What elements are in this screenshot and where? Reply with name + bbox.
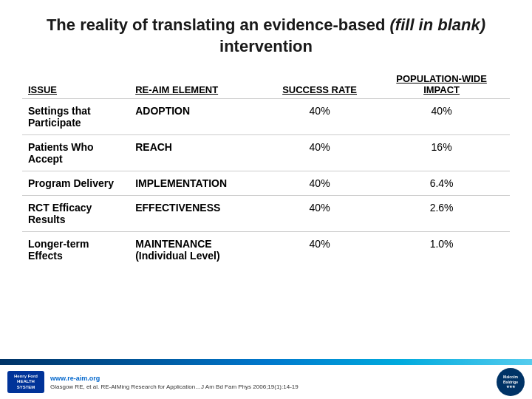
footer-left: Henry FordHEALTHSYSTEM www.re-aim.org Gl… — [7, 371, 299, 393]
row3-population: 6.4% — [373, 171, 510, 196]
row1-issue: Settings that Participate — [22, 99, 129, 135]
table-row: Settings that Participate ADOPTION 40% 4… — [22, 99, 510, 135]
malcolm-baldrige-logo: MalcolmBaldrige★★★ — [497, 368, 525, 396]
footer-content: Henry FordHEALTHSYSTEM www.re-aim.org Gl… — [0, 365, 532, 399]
header-population: POPULATION-WIDE IMPACT — [373, 70, 510, 99]
row5-population: 1.0% — [373, 232, 510, 268]
row5-issue: Longer-term Effects — [22, 232, 129, 268]
footer: Henry FordHEALTHSYSTEM www.re-aim.org Gl… — [0, 359, 532, 399]
row5-reaim: MAINTENANCE (Individual Level) — [129, 232, 266, 268]
footer-text-block: www.re-aim.org Glasgow RE, et al. RE-AIM… — [50, 375, 299, 390]
main-table: ISSUE RE-AIM ELEMENT SUCCESS RATE POPULA… — [22, 70, 510, 267]
table-row: Program Delivery IMPLEMENTATION 40% 6.4% — [22, 171, 510, 196]
row3-success: 40% — [266, 171, 373, 196]
row4-reaim: EFFECTIVENESS — [129, 196, 266, 232]
mb-logo-text: MalcolmBaldrige★★★ — [503, 375, 518, 389]
row1-population: 40% — [373, 99, 510, 135]
row5-success: 40% — [266, 232, 373, 268]
footer-bar — [0, 359, 532, 365]
footer-right: MalcolmBaldrige★★★ — [497, 368, 525, 396]
row4-issue: RCT Efficacy Results — [22, 196, 129, 232]
row3-issue: Program Delivery — [22, 171, 129, 196]
row2-reaim: REACH — [129, 135, 266, 171]
footer-link[interactable]: www.re-aim.org — [50, 375, 299, 382]
header-issue: ISSUE — [22, 70, 129, 99]
henry-ford-logo: Henry FordHEALTHSYSTEM — [7, 371, 44, 393]
table-row: RCT Efficacy Results EFFECTIVENESS 40% 2… — [22, 196, 510, 232]
footer-citation: Glasgow RE, et al. RE-AIMing Research fo… — [50, 383, 299, 390]
header-success: SUCCESS RATE — [266, 70, 373, 99]
row2-success: 40% — [266, 135, 373, 171]
row4-population: 2.6% — [373, 196, 510, 232]
slide-title: The reality of translating an evidence-b… — [22, 15, 510, 57]
title-area: The reality of translating an evidence-b… — [22, 15, 510, 57]
hf-logo-text: Henry FordHEALTHSYSTEM — [14, 374, 38, 390]
row2-population: 16% — [373, 135, 510, 171]
table-row: Patients Who Accept REACH 40% 16% — [22, 135, 510, 171]
title-italic: (fill in blank) — [390, 16, 486, 34]
row1-reaim: ADOPTION — [129, 99, 266, 135]
slide: The reality of translating an evidence-b… — [0, 0, 532, 399]
row3-reaim: IMPLEMENTATION — [129, 171, 266, 196]
title-text-after: intervention — [219, 37, 313, 55]
table-header-row: ISSUE RE-AIM ELEMENT SUCCESS RATE POPULA… — [22, 70, 510, 99]
row2-issue: Patients Who Accept — [22, 135, 129, 171]
row1-success: 40% — [266, 99, 373, 135]
title-text-before: The reality of translating an evidence-b… — [47, 16, 390, 34]
header-reaim: RE-AIM ELEMENT — [129, 70, 266, 99]
row4-success: 40% — [266, 196, 373, 232]
table-row: Longer-term Effects MAINTENANCE (Individ… — [22, 232, 510, 268]
